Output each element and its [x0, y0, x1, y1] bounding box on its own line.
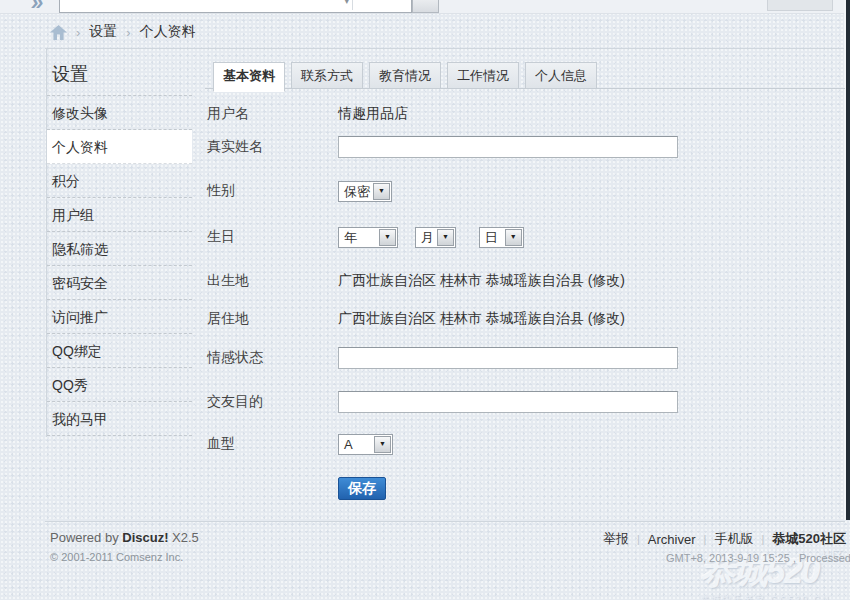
gender-select-value: 保密: [339, 182, 370, 201]
tab-basic-info[interactable]: 基本资料: [213, 62, 285, 92]
tab-work[interactable]: 工作情况: [447, 62, 519, 89]
caret-down-icon: ▼: [374, 436, 391, 453]
residence-label: 居住地: [207, 307, 249, 329]
site-name-link[interactable]: 恭城520社区（皓: [772, 530, 850, 548]
birth-year-select[interactable]: 年 ▼: [338, 227, 398, 248]
caret-down-icon: ▼: [379, 229, 396, 246]
birthplace-label: 出生地: [207, 269, 249, 291]
residence-value: 广西壮族自治区 桂林市 恭城瑶族自治县: [338, 310, 584, 326]
realname-label: 真实姓名: [207, 135, 263, 157]
caret-down-icon: ▼: [505, 229, 522, 246]
gmt-status-line: GMT+8, 2013-9-19 15:25 , Processed i: [666, 552, 850, 564]
sidebar-item-avatar[interactable]: 修改头像: [47, 96, 192, 130]
copyright: © 2001-2011 Comsenz Inc.: [50, 551, 183, 563]
birth-month-value: 月: [416, 228, 434, 247]
row-affection: 情感状态: [207, 346, 807, 368]
caret-down-icon: ▼: [373, 183, 390, 200]
sidebar-item-qq-bind[interactable]: QQ绑定: [47, 334, 192, 368]
logo-icon[interactable]: »: [31, 0, 40, 16]
intention-input[interactable]: [338, 391, 678, 413]
row-gender: 性别 保密 ▼: [207, 179, 807, 201]
birth-day-select[interactable]: 日 ▼: [479, 227, 524, 248]
gender-label: 性别: [207, 179, 235, 201]
divider: [352, 0, 353, 10]
sidebar-item-security[interactable]: 密码安全: [47, 266, 192, 300]
sidebar-item-usergroup[interactable]: 用户组: [47, 198, 192, 232]
bloodtype-label: 血型: [207, 432, 235, 454]
affection-input[interactable]: [338, 347, 678, 369]
birthday-label: 生日: [207, 225, 235, 247]
residence-edit-link[interactable]: (修改): [588, 310, 625, 326]
sidebar-item-alt-account[interactable]: 我的马甲: [47, 402, 192, 436]
sidebar-title: 设置: [47, 48, 192, 96]
archiver-link[interactable]: Archiver: [648, 532, 696, 547]
gender-select[interactable]: 保密 ▼: [338, 181, 392, 202]
breadcrumb-item-settings[interactable]: 设置: [89, 23, 117, 41]
tab-personal-info[interactable]: 个人信息: [525, 62, 597, 89]
row-save: 保存: [207, 477, 807, 499]
tab-education[interactable]: 教育情况: [369, 62, 441, 89]
sidebar-item-privacy[interactable]: 隐私筛选: [47, 232, 192, 266]
search-button[interactable]: [412, 0, 439, 13]
row-bloodtype: 血型 A ▼: [207, 432, 807, 454]
breadcrumb-separator: ›: [126, 25, 130, 40]
search-input[interactable]: ▾: [59, 0, 412, 13]
birth-year-value: 年: [339, 228, 357, 247]
top-search-bar: » ▾: [0, 0, 850, 14]
breadcrumb-separator: ›: [76, 25, 80, 40]
window-edge: [846, 0, 850, 520]
row-realname: 真实姓名: [207, 135, 807, 157]
sidebar-item-promotion[interactable]: 访问推广: [47, 300, 192, 334]
caret-down-icon[interactable]: ▾: [344, 0, 349, 6]
tab-contact-info[interactable]: 联系方式: [291, 62, 363, 89]
username-value: 情趣用品店: [338, 102, 408, 124]
sidebar: 设置 修改头像 个人资料 积分 用户组 隐私筛选 密码安全 访问推广 QQ绑定 …: [47, 48, 192, 436]
powered-by: Powered by Discuz! X2.5: [50, 530, 199, 545]
birth-day-value: 日: [480, 228, 498, 247]
sidebar-item-credits[interactable]: 积分: [47, 164, 192, 198]
breadcrumb: › 设置 › 个人资料: [50, 22, 196, 42]
footer-links: 举报 | Archiver | 手机版 | 恭城520社区（皓: [603, 530, 850, 548]
bloodtype-select-value: A: [339, 435, 353, 454]
affection-label: 情感状态: [207, 346, 263, 368]
mobile-link[interactable]: 手机版: [714, 530, 753, 548]
row-residence: 居住地 广西壮族自治区 桂林市 恭城瑶族自治县 (修改): [207, 307, 807, 329]
breadcrumb-item-profile[interactable]: 个人资料: [140, 23, 196, 41]
footer-divider: [45, 521, 845, 522]
row-username: 用户名 情趣用品店: [207, 102, 807, 124]
bloodtype-select[interactable]: A ▼: [338, 434, 393, 455]
browser-fragment: [767, 0, 833, 11]
row-intention: 交友目的: [207, 390, 807, 412]
row-birthday: 生日 年 ▼ 月 ▼ 日 ▼: [207, 225, 807, 247]
report-link[interactable]: 举报: [603, 530, 629, 548]
caret-down-icon: ▼: [437, 229, 454, 246]
save-button[interactable]: 保存: [338, 477, 386, 500]
profile-tabs: 基本资料 联系方式 教育情况 工作情况 个人信息: [213, 62, 597, 92]
home-icon[interactable]: [50, 25, 67, 40]
birthplace-edit-link[interactable]: (修改): [588, 272, 625, 288]
sidebar-item-profile[interactable]: 个人资料: [47, 130, 192, 164]
birthplace-value: 广西壮族自治区 桂林市 恭城瑶族自治县: [338, 272, 584, 288]
username-label: 用户名: [207, 102, 249, 124]
birth-month-select[interactable]: 月 ▼: [415, 227, 456, 248]
discuz-brand: Discuz!: [122, 530, 168, 545]
settings-profile-page: » ▾ › 设置 › 个人资料 设置 修改头像 个人资料 积分 用户组 隐私筛选…: [0, 0, 850, 600]
sidebar-item-qq-show[interactable]: QQ秀: [47, 368, 192, 402]
row-birthplace: 出生地 广西壮族自治区 桂林市 恭城瑶族自治县 (修改): [207, 269, 807, 291]
intention-label: 交友目的: [207, 390, 263, 412]
realname-input[interactable]: [338, 136, 678, 158]
watermark-subtitle: 恭城快乐老家 GC520.CN: [700, 593, 842, 600]
